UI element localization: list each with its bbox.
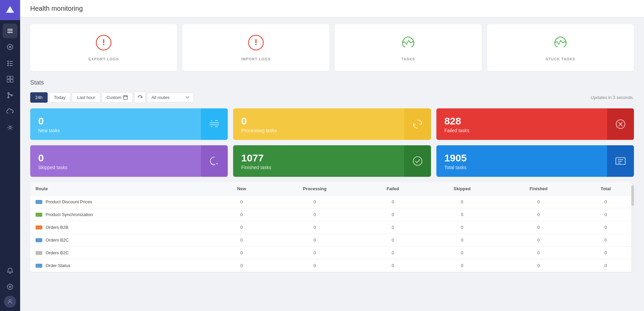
svg-point-45 [413, 157, 422, 165]
finished-cell: 0 [500, 259, 578, 272]
svg-point-24 [9, 300, 11, 302]
task-card-total[interactable]: 1905 Total tasks [436, 145, 634, 177]
sidebar-item-menu[interactable] [3, 23, 17, 38]
new-cell: 0 [215, 221, 268, 234]
header: Health monitoring [20, 0, 644, 17]
sidebar-item-branch[interactable] [3, 88, 17, 103]
svg-point-5 [9, 46, 11, 48]
table-header-row: Route New Processing Failed Skipped Fini… [30, 182, 634, 196]
route-filter[interactable]: All routes [147, 93, 194, 102]
stats-filters: 24h Today Last hour Custom All rout [30, 92, 634, 103]
failed-cell: 0 [361, 259, 425, 272]
sidebar-logo[interactable] [0, 0, 20, 20]
svg-point-17 [8, 97, 9, 98]
stuck-tasks-label: STUCK TASKS [546, 57, 575, 61]
route-color-bar [36, 225, 42, 229]
svg-rect-29 [123, 96, 127, 99]
failed-cell: 0 [361, 234, 425, 247]
svg-marker-0 [6, 6, 14, 13]
sidebar-item-chart[interactable] [3, 72, 17, 87]
filter-last-hour[interactable]: Last hour [72, 92, 100, 103]
svg-point-22 [7, 284, 13, 290]
route-cell: Product Synchronization [30, 208, 215, 221]
svg-text:!: ! [102, 37, 105, 47]
svg-point-43 [214, 164, 215, 165]
new-cell: 0 [215, 208, 268, 221]
total-count: 1905 [444, 152, 599, 164]
sidebar-item-bell[interactable] [3, 263, 17, 278]
import-logs-icon: ! [248, 34, 264, 53]
updates-info: Updates in 3 seconds. [591, 95, 634, 100]
filter-today[interactable]: Today [49, 92, 71, 103]
scrollbar[interactable] [631, 182, 634, 272]
total-cell: 0 [577, 234, 634, 247]
skipped-label: Skipped tasks [38, 165, 193, 170]
processing-cell: 0 [268, 221, 361, 234]
status-card-export-logs[interactable]: ! EXPORT LOGS [30, 24, 177, 71]
content-area: ! EXPORT LOGS ! IMPORT LOGS [20, 17, 644, 311]
failed-count: 828 [444, 115, 599, 127]
route-cell: Orders B2C [30, 247, 215, 259]
total-icon [607, 145, 634, 177]
task-card-finished[interactable]: 1077 Finished tasks [233, 145, 431, 177]
finished-cell: 0 [500, 196, 578, 208]
route-name: Product Synchronization [46, 212, 93, 217]
processing-cell: 0 [268, 247, 361, 259]
import-logs-label: IMPORT LOGS [241, 57, 271, 61]
sidebar-item-dashboard[interactable] [3, 40, 17, 54]
filter-custom[interactable]: Custom [102, 92, 133, 103]
task-card-skipped[interactable]: 0 Skipped tasks [30, 145, 228, 177]
col-header-route: Route [30, 182, 215, 196]
processing-cell: 0 [268, 234, 361, 247]
scrollbar-thumb[interactable] [631, 186, 634, 206]
failed-cell: 0 [361, 247, 425, 259]
sidebar [0, 0, 20, 311]
status-cards: ! EXPORT LOGS ! IMPORT LOGS [30, 24, 634, 71]
route-color-bar [36, 251, 42, 255]
sidebar-avatar[interactable] [4, 296, 16, 308]
finished-cell: 0 [500, 221, 578, 234]
finished-label: Finished tasks [241, 165, 396, 170]
svg-rect-9 [9, 63, 13, 64]
task-card-new-tasks[interactable]: 0 New tasks [30, 108, 228, 140]
col-header-total: Total [577, 182, 634, 196]
status-card-tasks[interactable]: TASKS [335, 24, 482, 71]
svg-rect-12 [7, 76, 10, 79]
filter-24h[interactable]: 24h [30, 92, 48, 103]
skipped-cell: 0 [425, 196, 500, 208]
finished-icon [404, 145, 431, 177]
table-row: Orders B2B 0 0 0 0 0 0 [30, 221, 634, 234]
sidebar-item-cloud[interactable] [3, 104, 17, 119]
failed-label: Failed tasks [444, 128, 599, 133]
route-name: Orders B2B [46, 225, 68, 230]
status-card-stuck-tasks[interactable]: STUCK TASKS [487, 24, 634, 71]
sidebar-item-settings[interactable] [3, 120, 17, 135]
sidebar-item-list[interactable] [3, 56, 17, 70]
svg-rect-1 [7, 29, 13, 30]
failed-cell: 0 [361, 208, 425, 221]
skipped-cell: 0 [425, 259, 500, 272]
sidebar-item-circle-settings[interactable] [3, 279, 17, 294]
task-card-processing[interactable]: 0 Processing tasks [233, 108, 431, 140]
task-card-failed[interactable]: 828 Failed tasks [436, 108, 634, 140]
skipped-cell: 0 [425, 221, 500, 234]
status-card-import-logs[interactable]: ! IMPORT LOGS [182, 24, 329, 71]
table-row: Order Status 0 0 0 0 0 0 [30, 259, 634, 272]
svg-point-16 [8, 93, 9, 94]
route-color-bar [36, 200, 42, 204]
route-name: Product Discount Prices [46, 199, 92, 204]
table-row: Orders B2C 0 0 0 0 0 0 [30, 247, 634, 259]
new-cell: 0 [215, 247, 268, 259]
total-cell: 0 [577, 221, 634, 234]
tasks-label: TASKS [401, 57, 415, 61]
refresh-button[interactable] [134, 92, 146, 103]
failed-cell: 0 [361, 196, 425, 208]
col-header-failed: Failed [361, 182, 425, 196]
svg-rect-10 [7, 65, 9, 66]
calendar-icon [123, 95, 128, 100]
svg-rect-8 [7, 63, 9, 64]
finished-count: 1077 [241, 152, 396, 164]
skipped-count: 0 [38, 152, 193, 164]
route-name: Order Status [46, 263, 70, 268]
stats-section-title: Stats [30, 79, 634, 86]
